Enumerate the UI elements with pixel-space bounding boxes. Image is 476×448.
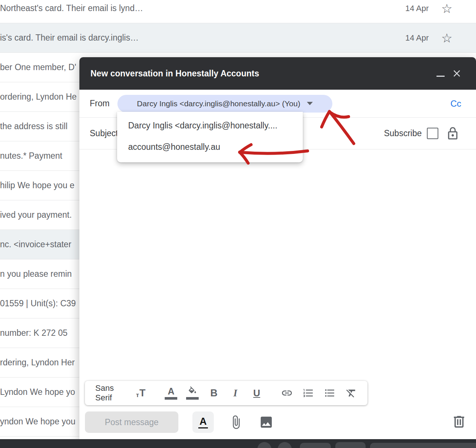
close-icon [451,68,462,79]
text-color-glyph: A [168,386,174,396]
insert-link-button[interactable] [281,387,293,399]
image-icon [259,415,274,430]
font-size-button[interactable]: тT [134,387,147,399]
text-color-bar [165,397,177,400]
bold-button[interactable]: B [208,387,220,399]
trash-icon [451,414,467,430]
fill-color-icon [188,386,197,396]
font-family-selector[interactable]: Sans Serif [95,383,114,403]
taskbar-button[interactable] [300,443,331,448]
formatting-a-underline [198,427,208,428]
star-icon[interactable]: ☆ [439,31,455,45]
minimize-button[interactable] [432,65,449,82]
highlight-color-bar [186,397,199,400]
highlight-color-button[interactable] [186,386,199,400]
message-body-area[interactable] [79,149,476,381]
minimize-icon [436,76,445,77]
formatting-toolbar: Sans Serif тT A B I U [85,381,367,405]
close-button[interactable] [449,65,465,82]
numbered-list-icon [302,387,314,399]
formatting-options-toggle[interactable]: A [192,411,214,433]
subscribe-checkbox[interactable] [427,128,438,139]
paperclip-icon [229,415,243,430]
from-address-value: Darcy Inglis <darcy.inglis@honestally.au… [137,99,300,108]
size-big-glyph: T [140,387,146,399]
formatting-a-glyph: A [199,416,207,427]
from-label: From [90,99,117,108]
from-option-accounts[interactable]: accounts@honestally.au [117,136,303,158]
email-snippet: Northeast's card. Their email is lynd… [0,3,405,13]
taskbar-button[interactable] [278,442,292,448]
taskbar-button[interactable] [257,442,271,448]
subscribe-label: Subscribe [384,128,422,138]
taskbar-button[interactable] [335,442,366,448]
subject-label: Subject [90,128,117,138]
bulleted-list-icon [324,387,336,399]
email-snippet: is's card. Their email is darcy.inglis… [0,33,405,43]
bold-glyph: B [210,387,218,399]
bottom-taskbar [0,439,476,448]
italic-glyph: I [233,387,237,399]
size-small-glyph: т [136,392,139,399]
taskbar-button[interactable] [370,443,476,448]
lock-icon [446,127,460,141]
dialog-header: New conversation in Honestally Accounts [79,57,476,90]
post-message-button[interactable]: Post message [85,411,178,433]
remove-formatting-icon [345,387,357,399]
underline-button[interactable]: U [250,387,263,399]
chevron-down-icon [307,102,313,105]
insert-image-button[interactable] [258,414,274,430]
list-item[interactable]: is's card. Their email is darcy.inglis…1… [0,23,476,53]
list-item[interactable]: Northeast's card. Their email is lynd…14… [0,0,476,23]
star-icon[interactable]: ☆ [439,1,455,16]
email-date: 14 Apr [405,33,429,43]
text-color-button[interactable]: A [165,386,177,400]
discard-draft-button[interactable] [451,414,467,430]
italic-button[interactable]: I [229,387,242,399]
email-date: 14 Apr [405,4,429,13]
from-address-selector[interactable]: Darcy Inglis <darcy.inglis@honestally.au… [117,95,332,113]
from-option-darcy[interactable]: Darcy Inglis <darcy.inglis@honestally...… [117,115,303,136]
bulleted-list-button[interactable] [323,387,336,399]
dialog-title: New conversation in Honestally Accounts [90,69,432,79]
from-address-dropdown: Darcy Inglis <darcy.inglis@honestally...… [117,112,303,162]
cc-button[interactable]: Cc [451,99,461,109]
compose-actions: Post message A [85,411,274,433]
attach-file-button[interactable] [228,414,244,430]
link-icon [281,387,293,399]
numbered-list-button[interactable] [302,387,315,399]
underline-glyph: U [253,387,260,399]
remove-formatting-button[interactable] [345,387,357,399]
